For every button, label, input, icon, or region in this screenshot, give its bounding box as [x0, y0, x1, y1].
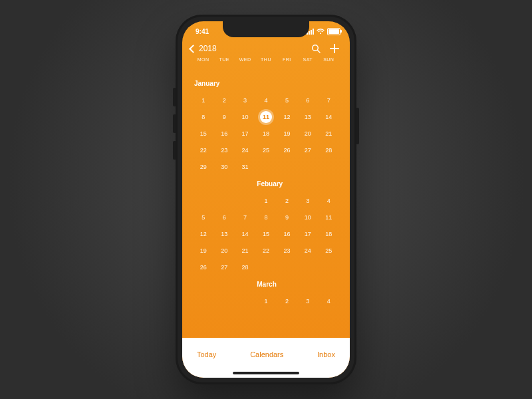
home-indicator[interactable]: [233, 372, 299, 374]
weekday-label: FRI: [277, 57, 297, 62]
month-grid: 1234567891011121314151617181920212223242…: [193, 192, 339, 275]
day-cell[interactable]: 22: [193, 142, 213, 158]
day-cell[interactable]: 9: [213, 108, 234, 125]
day-cell[interactable]: 11: [255, 108, 276, 125]
month-grid: 1234: [193, 293, 339, 309]
day-cell[interactable]: 7: [319, 92, 339, 108]
month-block: March1234: [193, 281, 339, 309]
day-cell[interactable]: 6: [213, 209, 234, 225]
day-cell[interactable]: 23: [277, 242, 297, 259]
weekday-label: SAT: [297, 57, 318, 62]
day-cell[interactable]: 12: [277, 108, 297, 125]
tab-today[interactable]: Today: [197, 350, 216, 358]
day-cell[interactable]: 11: [319, 209, 339, 225]
day-cell[interactable]: 5: [193, 209, 213, 225]
day-cell[interactable]: 27: [213, 259, 234, 275]
weekday-label: MON: [193, 57, 213, 62]
chevron-left-icon: [189, 45, 198, 53]
status-right: [307, 28, 340, 35]
weekday-header: MONTUEWEDTHUFRISATSUN: [182, 57, 350, 62]
day-cell[interactable]: 2: [213, 92, 234, 108]
day-cell[interactable]: 22: [255, 242, 276, 259]
day-cell[interactable]: 4: [319, 192, 339, 209]
day-cell[interactable]: 30: [213, 158, 234, 175]
day-cell[interactable]: 21: [235, 242, 255, 259]
month-block: January123456789101112131415161718192021…: [193, 80, 339, 175]
day-cell[interactable]: 6: [297, 92, 318, 108]
day-cell[interactable]: 26: [193, 259, 213, 275]
day-cell[interactable]: 2: [277, 192, 297, 209]
tab-inbox[interactable]: Inbox: [317, 350, 335, 358]
back-button[interactable]: 2018: [190, 44, 217, 53]
weekday-label: SUN: [319, 57, 339, 62]
day-cell[interactable]: 4: [255, 92, 276, 108]
add-icon[interactable]: [330, 44, 339, 53]
phone-frame: 9:41 2018: [176, 15, 356, 384]
day-cell[interactable]: 9: [277, 209, 297, 225]
svg-line-1: [318, 51, 321, 53]
day-cell[interactable]: 20: [297, 125, 318, 142]
day-cell[interactable]: 1: [193, 92, 213, 108]
day-cell[interactable]: 24: [235, 142, 255, 158]
day-cell[interactable]: 17: [297, 225, 318, 242]
day-cell[interactable]: 19: [193, 242, 213, 259]
day-cell[interactable]: 4: [319, 293, 339, 309]
day-cell[interactable]: 2: [277, 293, 297, 309]
day-cell[interactable]: 14: [319, 108, 339, 125]
weekday-label: TUE: [213, 57, 234, 62]
day-cell[interactable]: 28: [319, 142, 339, 158]
day-cell[interactable]: 16: [213, 125, 234, 142]
day-cell[interactable]: 1: [255, 192, 276, 209]
day-cell[interactable]: 25: [319, 242, 339, 259]
month-title: Febuary: [257, 180, 339, 190]
month-grid: 1234567891011121314151617181920212223242…: [193, 92, 339, 175]
day-cell[interactable]: 31: [235, 158, 255, 175]
notch: [223, 21, 309, 37]
status-time: 9:41: [196, 28, 209, 35]
day-cell[interactable]: 18: [255, 125, 276, 142]
day-cell[interactable]: 5: [277, 92, 297, 108]
calendar-scroll[interactable]: January123456789101112131415161718192021…: [182, 74, 350, 344]
day-cell[interactable]: 27: [297, 142, 318, 158]
day-cell[interactable]: 10: [235, 108, 255, 125]
day-cell[interactable]: 12: [193, 225, 213, 242]
day-cell[interactable]: 15: [255, 225, 276, 242]
day-cell[interactable]: 3: [235, 92, 255, 108]
weekday-label: WED: [235, 57, 255, 62]
day-cell[interactable]: 3: [297, 293, 318, 309]
screen: 9:41 2018: [182, 21, 350, 378]
day-cell[interactable]: 10: [297, 209, 318, 225]
tab-bar: Today Calendars Inbox: [182, 338, 350, 378]
day-cell[interactable]: 16: [277, 225, 297, 242]
day-cell[interactable]: 28: [235, 259, 255, 275]
day-cell[interactable]: 13: [213, 225, 234, 242]
month-block: Febuary123456789101112131415161718192021…: [193, 180, 339, 275]
day-cell[interactable]: 20: [213, 242, 234, 259]
day-cell[interactable]: 19: [277, 125, 297, 142]
wifi-icon: [317, 29, 325, 35]
nav-header: 2018: [182, 43, 350, 57]
tab-calendars[interactable]: Calendars: [250, 350, 283, 358]
battery-icon: [327, 28, 340, 35]
day-cell[interactable]: 15: [193, 125, 213, 142]
today-marker: 11: [260, 111, 272, 123]
day-cell[interactable]: 17: [235, 125, 255, 142]
month-title: January: [194, 80, 339, 89]
day-cell[interactable]: 14: [235, 225, 255, 242]
day-cell[interactable]: 25: [255, 142, 276, 158]
day-cell[interactable]: 23: [213, 142, 234, 158]
day-cell[interactable]: 1: [255, 293, 276, 309]
day-cell[interactable]: 13: [297, 108, 318, 125]
day-cell[interactable]: 8: [193, 108, 213, 125]
year-label: 2018: [199, 44, 217, 53]
day-cell[interactable]: 21: [319, 125, 339, 142]
day-cell[interactable]: 24: [297, 242, 318, 259]
day-cell[interactable]: 29: [193, 158, 213, 175]
month-title: March: [257, 281, 339, 290]
day-cell[interactable]: 3: [297, 192, 318, 209]
day-cell[interactable]: 8: [255, 209, 276, 225]
search-icon[interactable]: [311, 44, 321, 53]
day-cell[interactable]: 18: [319, 225, 339, 242]
day-cell[interactable]: 26: [277, 142, 297, 158]
day-cell[interactable]: 7: [235, 209, 255, 225]
